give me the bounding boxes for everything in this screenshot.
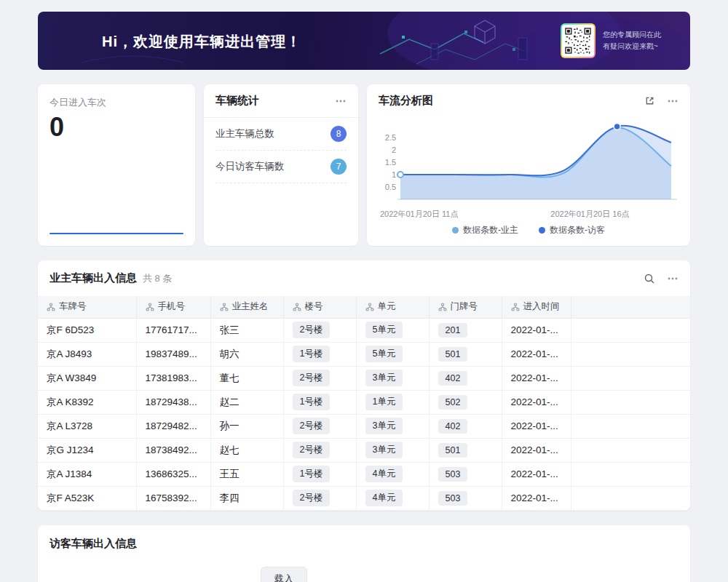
column-header: 业主姓名: [210, 296, 283, 318]
column-label: 单元: [378, 300, 396, 313]
legend-item[interactable]: 数据条数-业主: [452, 224, 518, 236]
legend-item[interactable]: 数据条数-访客: [539, 224, 605, 236]
more-icon[interactable]: [667, 273, 678, 284]
cell-chip: 5单元: [365, 346, 403, 362]
welcome-banner: Hi，欢迎使用车辆进出管理！: [38, 12, 690, 70]
vehicle-stats-header: 车辆统计: [204, 84, 358, 118]
qr-code: [561, 23, 596, 58]
column-header: 手机号: [136, 296, 210, 318]
cell-chip: 501: [438, 443, 468, 458]
cell-chip: 3单元: [365, 370, 403, 386]
table-cell: 3单元: [356, 414, 429, 438]
filler-column: [571, 296, 690, 318]
table-cell: 17761717...: [136, 318, 210, 342]
owner-table-title-wrap: 业主车辆出入信息 共 8 条: [50, 271, 172, 285]
filler-cell: [571, 414, 690, 438]
table-row: 京A J849319837489...胡六1号楼5单元5012022-01-..…: [38, 342, 690, 366]
table-cell: 2号楼: [283, 318, 356, 342]
column-label: 楼号: [305, 300, 323, 313]
table-cell: 4单元: [356, 486, 429, 510]
flow-chart-plot-area: 0.511.522.52022年01月20日 11点2022年01月20日 16…: [367, 111, 690, 223]
widgets-row: 今日进入车次 0 车辆统计 业主车辆总数8今日访客车辆数7 车流分析图: [38, 84, 690, 246]
table-header-row: 车牌号手机号业主姓名楼号单元门牌号进入时间: [38, 296, 690, 318]
qr-pattern: [564, 27, 592, 55]
table-cell: 2022-01-...: [502, 318, 571, 342]
cell-chip: 1号楼: [293, 346, 331, 362]
table-cell: 京G J1234: [38, 438, 136, 462]
legend-label: 数据条数-业主: [463, 224, 518, 236]
cell-chip: 2号楼: [293, 418, 331, 434]
cell-chip: 1号楼: [293, 394, 331, 410]
field-type-icon: [365, 303, 374, 311]
owner-vehicle-table: 车牌号手机号业主姓名楼号单元门牌号进入时间 京F 6D52317761717..…: [38, 296, 690, 511]
table-cell: 502: [429, 390, 502, 414]
stat-count-badge: 8: [331, 126, 347, 142]
filler-cell: [571, 486, 690, 510]
column-label: 门牌号: [451, 300, 478, 313]
flow-chart-header: 车流分析图: [367, 84, 690, 111]
qr-caption-line1: 您的专属顾问在此: [603, 29, 661, 41]
owner-table-title: 业主车辆出入信息: [50, 271, 137, 285]
more-icon[interactable]: [667, 95, 678, 107]
today-entries-card: 今日进入车次 0: [38, 84, 195, 246]
table-cell: 13686325...: [136, 462, 210, 486]
legend-label: 数据条数-访客: [550, 224, 605, 236]
table-cell: 张三: [210, 318, 283, 342]
export-icon[interactable]: [644, 95, 655, 106]
table-cell: 董七: [210, 366, 283, 390]
table-cell: 1单元: [356, 390, 429, 414]
table-cell: 501: [429, 438, 502, 462]
table-cell: 201: [429, 318, 502, 342]
cell-chip: 402: [438, 371, 468, 386]
table-cell: 3单元: [356, 438, 429, 462]
table-row: 京A J138413686325...王五1号楼4单元5032022-01-..…: [38, 462, 690, 486]
column-header: 楼号: [283, 296, 356, 318]
filler-cell: [571, 390, 690, 414]
table-cell: 京A J8493: [38, 342, 136, 366]
filler-cell: [571, 366, 690, 390]
vehicle-stats-card: 车辆统计 业主车辆总数8今日访客车辆数7: [204, 84, 358, 246]
table-row: 京G J123418738492...赵七2号楼3单元5012022-01-..…: [38, 438, 690, 462]
cell-chip: 503: [438, 467, 468, 482]
column-label: 车牌号: [59, 300, 87, 313]
chart-legend: 数据条数-业主数据条数-访客: [367, 224, 690, 236]
search-icon[interactable]: [644, 273, 655, 284]
column-header: 车牌号: [38, 296, 136, 318]
table-cell: 18729482...: [136, 414, 210, 438]
more-icon[interactable]: [335, 95, 347, 107]
table-cell: 19837489...: [136, 342, 210, 366]
table-cell: 2号楼: [283, 366, 356, 390]
stat-row: 业主车辆总数8: [215, 118, 347, 151]
legend-dot-icon: [539, 227, 545, 234]
filler-cell: [571, 342, 690, 366]
table-cell: 2号楼: [283, 414, 356, 438]
flow-chart: 0.511.522.52022年01月20日 11点2022年01月20日 16…: [379, 111, 678, 220]
table-cell: 18738492...: [136, 438, 210, 462]
table-cell: 1号楼: [283, 462, 356, 486]
stat-label: 今日访客车辆数: [215, 160, 285, 173]
cell-chip: 4单元: [365, 490, 403, 506]
owner-table-card: 业主车辆出入信息 共 8 条 车牌号手机号业主姓名楼号单元门牌号进入时间 京F …: [38, 260, 690, 511]
today-entries-title: 今日进入车次: [50, 96, 183, 109]
banner-title: Hi，欢迎使用车辆进出管理！: [102, 32, 301, 52]
table-cell: 赵七: [210, 438, 283, 462]
qr-caption: 您的专属顾问在此 有疑问欢迎来戳~: [603, 29, 661, 52]
column-label: 手机号: [158, 300, 186, 313]
svg-text:1.5: 1.5: [385, 158, 396, 167]
load-button[interactable]: 载入: [261, 567, 307, 582]
cell-chip: 3单元: [365, 442, 403, 458]
table-cell: 402: [429, 414, 502, 438]
cell-chip: 4单元: [365, 466, 403, 482]
table-cell: 18729438...: [136, 390, 210, 414]
table-cell: 2022-01-...: [502, 438, 571, 462]
qr-code-image: [562, 25, 594, 57]
table-cell: 孙一: [210, 414, 283, 438]
cell-chip: 1单元: [365, 394, 403, 410]
table-cell: 京F 6D523: [38, 318, 136, 342]
owner-table-header: 业主车辆出入信息 共 8 条: [38, 260, 690, 296]
table-cell: 5单元: [356, 318, 429, 342]
table-cell: 京A J1384: [38, 462, 136, 486]
table-cell: 4单元: [356, 462, 429, 486]
cell-chip: 5单元: [365, 322, 403, 338]
table-cell: 李四: [210, 486, 283, 510]
